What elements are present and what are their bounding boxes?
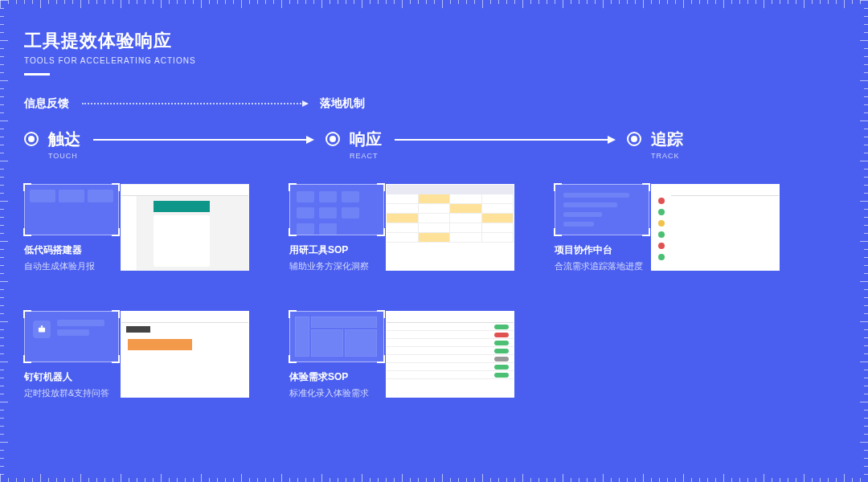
thumb-research <box>386 184 514 271</box>
title-underline <box>24 73 50 76</box>
card-demand-title: 体验需求SOP <box>289 370 386 384</box>
stage-track: 追踪 TRACK <box>627 129 683 160</box>
dingbot-icon <box>24 311 119 362</box>
stage-touch: 触达 TOUCH <box>24 129 80 160</box>
card-dingbot-title: 钉钉机器人 <box>24 370 121 384</box>
thumb-dingbot <box>121 311 249 398</box>
project-mid-icon <box>555 184 649 235</box>
card-lowcode-desc: 自动生成体验月报 <box>24 260 121 272</box>
ruler-bottom <box>0 469 868 482</box>
ruler-right <box>855 0 868 482</box>
stage-react: 响应 REACT <box>326 129 382 160</box>
flow-to-label: 落地机制 <box>320 96 365 111</box>
circle-dot-icon <box>24 132 39 146</box>
circle-dot-icon <box>326 132 340 146</box>
card-demand-desc: 标准化录入体验需求 <box>289 387 386 399</box>
card-research-desc: 辅助业务方深化洞察 <box>289 260 386 272</box>
arrow-right-icon <box>93 139 313 141</box>
stage-react-cn: 响应 <box>350 129 382 150</box>
stage-track-en: TRACK <box>651 152 683 160</box>
svg-rect-0 <box>39 328 45 333</box>
ruler-left <box>0 0 13 482</box>
svg-rect-1 <box>41 325 43 327</box>
flow-from-label: 信息反馈 <box>24 96 69 111</box>
thumb-demand <box>386 311 514 398</box>
circle-dot-icon <box>627 132 641 146</box>
card-research-title: 用研工具SOP <box>289 243 386 257</box>
thumb-project <box>651 184 780 271</box>
page-title: 工具提效体验响应 <box>24 29 844 53</box>
card-project-desc: 合流需求追踪落地进度 <box>555 260 651 272</box>
ruler-top <box>0 0 868 13</box>
card-lowcode-title: 低代码搭建器 <box>24 243 121 257</box>
research-sop-icon <box>289 184 384 235</box>
robot-avatar-icon <box>33 321 51 338</box>
card-dingbot-desc: 定时投放群&支持问答 <box>24 387 121 399</box>
thumb-lowcode <box>121 184 249 271</box>
card-project-title: 项目协作中台 <box>555 243 651 257</box>
stage-touch-en: TOUCH <box>48 152 80 160</box>
lowcode-builder-icon <box>24 184 119 235</box>
demand-sop-icon <box>289 311 384 362</box>
page-subtitle: TOOLS FOR ACCELERATING ACTIONS <box>24 56 844 65</box>
dotted-arrow-icon <box>82 103 307 104</box>
stage-touch-cn: 触达 <box>48 129 80 150</box>
stage-react-en: REACT <box>350 152 382 160</box>
stage-track-cn: 追踪 <box>651 129 683 150</box>
arrow-right-icon <box>395 139 614 141</box>
